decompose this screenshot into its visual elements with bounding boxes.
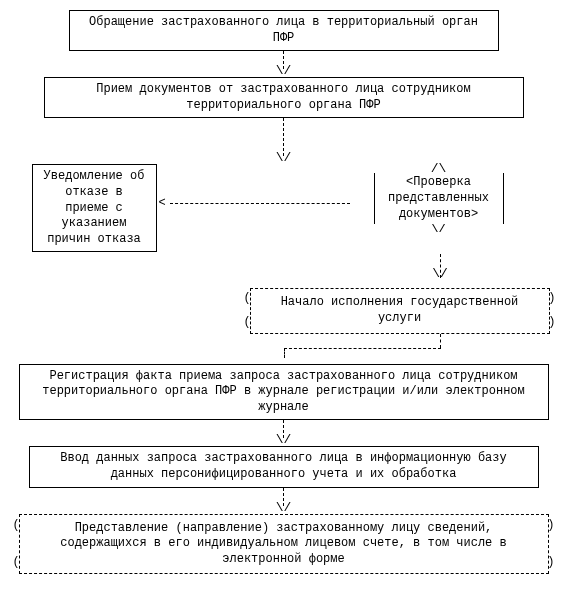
arrow-down-icon: \/: [283, 118, 284, 164]
arrow-down-icon: \/: [283, 420, 284, 446]
arrow-left-icon: <: [159, 196, 166, 210]
edge-success: \/: [14, 254, 554, 288]
node-label: Ввод данных запроса застрахованного лица…: [60, 451, 506, 481]
arrow-down-icon: \/: [283, 488, 284, 514]
node-b2: Прием документов от застрахованного лица…: [44, 77, 524, 118]
node-label: Прием документов от застрахованного лица…: [96, 82, 470, 112]
edge-reject: <: [159, 196, 354, 210]
node-label: Представление (направление) застрахованн…: [60, 521, 506, 566]
decision-row: /\ <Проверка представленных документов> …: [14, 164, 554, 254]
node-label: Регистрация факта приема запроса застрах…: [42, 369, 524, 414]
node-b7: Ввод данных запроса застрахованного лица…: [29, 446, 539, 487]
milestone-row: ( ( ) ) Начало исполнения государственно…: [10, 288, 558, 333]
node-b6: Регистрация факта приема запроса застрах…: [19, 364, 549, 421]
edge: \/: [14, 334, 554, 364]
node-b1: Обращение застрахованного лица в террито…: [69, 10, 499, 51]
decision-bottom-icon: \/: [431, 224, 447, 233]
node-label: Обращение застрахованного лица в террито…: [89, 15, 478, 45]
node-b8: ( ( ) ) Представление (направление) заст…: [19, 514, 549, 575]
node-label: Проверка представленных документов: [388, 175, 489, 220]
node-label: Уведомление об отказе в приеме с указани…: [44, 169, 145, 245]
node-label: Начало исполнения государственной услуги: [281, 295, 519, 325]
decision-top-icon: /\: [431, 164, 447, 173]
node-b5: ( ( ) ) Начало исполнения государственно…: [250, 288, 550, 333]
node-b3: /\ <Проверка представленных документов> …: [354, 164, 524, 233]
flowchart: Обращение застрахованного лица в террито…: [14, 10, 554, 574]
arrow-down-icon: \/: [283, 51, 284, 77]
node-b4: Уведомление об отказе в приеме с указани…: [32, 164, 157, 252]
